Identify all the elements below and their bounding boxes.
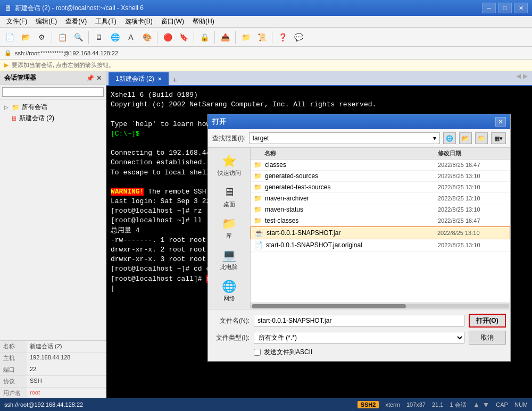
info-row-username: 用户名 root (0, 388, 106, 399)
toolbar-properties[interactable]: ⚙ (34, 30, 49, 45)
info-value-username: root (27, 388, 106, 399)
ascii-label[interactable]: 发送文件到ASCII (264, 348, 312, 357)
nav-up-arrow[interactable]: ▲ (473, 400, 480, 409)
toolbar-copy[interactable]: 📋 (55, 30, 70, 45)
tab-close-icon[interactable]: ✕ (157, 76, 162, 82)
ascii-checkbox[interactable] (254, 349, 261, 356)
tree-node-root[interactable]: ▷ 📁 所有会话 (2, 102, 104, 113)
file-item-snapshot-jar[interactable]: ☕ start-0.0.1-SNAPSHOT.jar 2022/8/25 13:… (251, 227, 510, 239)
dialog-nav-up[interactable]: 📂 (459, 132, 472, 144)
left-panel: 会话管理器 📌 ✕ ▷ 📁 所有会话 🖥 新建会话 (2) (0, 71, 106, 411)
toolbar: 📄 📂 ⚙ 📋 🔍 🖥 🌐 A 🎨 🔴 🔖 🔒 📤 📁 📜 ❓ 💬 (0, 28, 532, 47)
toolbar-open[interactable]: 📂 (18, 30, 33, 45)
toolbar-stop[interactable]: 🔴 (160, 30, 175, 45)
quick-access-label: 快速访问 (218, 169, 241, 177)
file-date-classes: 2022/8/25 16:47 (438, 162, 507, 168)
menu-tabs[interactable]: 选项卡(B) (121, 16, 157, 27)
menu-edit[interactable]: 编辑(E) (31, 16, 61, 27)
dialog-sidebar-network[interactable]: 🌐 网络 (211, 278, 248, 305)
info-label-port: 端口 (0, 364, 27, 375)
dialog-close-button[interactable]: ✕ (495, 117, 506, 127)
sidebar-pin-icon[interactable]: 📌 (86, 74, 94, 82)
file-name-test-classes: test-classes (265, 217, 438, 224)
sidebar-search-input[interactable] (2, 87, 104, 97)
dialog-sidebar-computer[interactable]: 💻 此电脑 (211, 246, 248, 273)
dialog-sidebar-desktop[interactable]: 🖥 桌面 (211, 183, 248, 211)
dialog-sidebar-quick-access[interactable]: ⭐ 快速访问 (211, 152, 248, 179)
info-label-protocol: 协议 (0, 376, 27, 387)
toolbar-shield[interactable]: 🔒 (197, 30, 212, 45)
info-row-protocol: 协议 SSH (0, 376, 106, 388)
menu-view[interactable]: 查看(V) (61, 16, 91, 27)
lock-icon: 🔒 (4, 49, 12, 56)
toolbar-connect[interactable]: 🖥 (92, 30, 106, 45)
toolbar-globe[interactable]: 🌐 (107, 30, 122, 45)
dialog-sidebar-library[interactable]: 📁 库 (211, 215, 248, 242)
toolbar-transfer[interactable]: 📁 (238, 30, 253, 45)
dialog-new-folder[interactable]: 📁 (475, 132, 488, 144)
open-button[interactable]: 打开(O) (469, 314, 506, 328)
toolbar-search[interactable]: 🔍 (71, 30, 86, 45)
toolbar-send[interactable]: 📤 (218, 30, 232, 45)
dialog-body: ⭐ 快速访问 🖥 桌面 📁 库 (208, 148, 510, 309)
computer-label: 此电脑 (220, 263, 238, 271)
tab-nav-right[interactable]: ▶ (523, 72, 528, 80)
status-sessions: 1 会话 (450, 401, 466, 409)
toolbar-help[interactable]: ❓ (275, 30, 290, 45)
file-item-maven-status[interactable]: 📁 maven-status 2022/8/25 13:10 (251, 204, 510, 215)
tab-nav-left[interactable]: ◀ (516, 72, 521, 80)
location-combo[interactable]: target ▾ (249, 132, 440, 144)
menu-tools[interactable]: 工具(T) (91, 16, 120, 27)
toolbar-chat[interactable]: 💬 (291, 30, 306, 45)
horizontal-scrollbar[interactable] (251, 303, 510, 309)
right-panel: 1新建会话 (2) ✕ + Xshell 6 (Build 0189) Copy… (106, 71, 532, 411)
file-date-generated-test-sources: 2022/8/25 13:10 (438, 184, 507, 190)
toolbar-sep-6 (235, 31, 236, 44)
status-right: SSH2 xterm 107x37 21,1 1 会话 ▲ ▼ CAP NUM (358, 400, 528, 409)
tab-nav-arrows: ◀ ▶ (516, 72, 528, 80)
sidebar-close-icon[interactable]: ✕ (96, 74, 102, 82)
tab-session-1[interactable]: 1新建会话 (2) ✕ (109, 72, 169, 85)
info-value-protocol: SSH (27, 376, 106, 387)
cancel-button[interactable]: 取消 (469, 331, 506, 345)
address-text: ssh://root:**********@192.168.44.128:22 (15, 50, 118, 56)
file-date-maven-archiver: 2022/8/25 13:10 (438, 195, 507, 202)
file-item-generated-test-sources[interactable]: 📁 generated-test-sources 2022/8/25 13:10 (251, 182, 510, 193)
minimize-button[interactable]: ─ (482, 3, 496, 13)
file-item-classes[interactable]: 📁 classes 2022/8/25 16:47 (251, 160, 510, 171)
tree-node-session[interactable]: 🖥 新建会话 (2) (2, 113, 104, 124)
folder-icon: 📁 (12, 104, 20, 111)
close-button[interactable]: ✕ (514, 3, 528, 13)
notification-bar: ▶ 要添加当前会话, 点击左侧的箭头按钮。 (0, 60, 532, 71)
filelist-items: 📁 classes 2022/8/25 16:47 📁 generated-so… (251, 160, 510, 303)
filelist-header: 名称 修改日期 (251, 148, 510, 160)
file-item-maven-archiver[interactable]: 📁 maven-archiver 2022/8/25 13:10 (251, 193, 510, 204)
toolbar-bookmark[interactable]: 🔖 (176, 30, 191, 45)
filetype-label: 文件类型(I): (212, 333, 250, 342)
maximize-button[interactable]: □ (498, 3, 512, 13)
file-item-snapshot-jar-original[interactable]: 📄 start-0.0.1-SNAPSHOT.jar.original 2022… (251, 239, 510, 251)
menu-help[interactable]: 帮助(H) (188, 16, 219, 27)
content-area: 会话管理器 📌 ✕ ▷ 📁 所有会话 🖥 新建会话 (2) (0, 71, 532, 411)
folder-icon-maven-archiver: 📁 (254, 195, 262, 202)
dialog-nav-back[interactable]: 🌐 (443, 132, 456, 144)
tab-add-button[interactable]: + (170, 74, 180, 85)
dialog-view-toggle[interactable]: ▦▾ (491, 132, 506, 144)
scrollbar-thumb (252, 304, 406, 308)
toolbar-script[interactable]: 📜 (254, 30, 269, 45)
toolbar-color[interactable]: 🎨 (139, 30, 154, 45)
nav-down-arrow[interactable]: ▼ (482, 400, 489, 409)
filename-input[interactable] (254, 315, 464, 326)
toolbar-font[interactable]: A (123, 30, 138, 45)
tree-node-root-label: 所有会话 (22, 103, 47, 112)
ascii-row: 发送文件到ASCII (212, 348, 506, 357)
file-item-test-classes[interactable]: 📁 test-classes 2022/8/25 16:47 (251, 215, 510, 227)
library-icon: 📁 (222, 217, 236, 231)
terminal-line-1: Xshell 6 (Build 0189) (111, 90, 528, 100)
menu-file[interactable]: 文件(F) (2, 16, 31, 27)
toolbar-new-session[interactable]: 📄 (2, 30, 17, 45)
menu-window[interactable]: 窗口(W) (157, 16, 188, 27)
filetype-select[interactable]: 所有文件 (*.*) (254, 332, 464, 343)
file-item-generated-sources[interactable]: 📁 generated-sources 2022/8/25 13:10 (251, 171, 510, 182)
tab-bar: 1新建会话 (2) ✕ + (106, 71, 532, 86)
